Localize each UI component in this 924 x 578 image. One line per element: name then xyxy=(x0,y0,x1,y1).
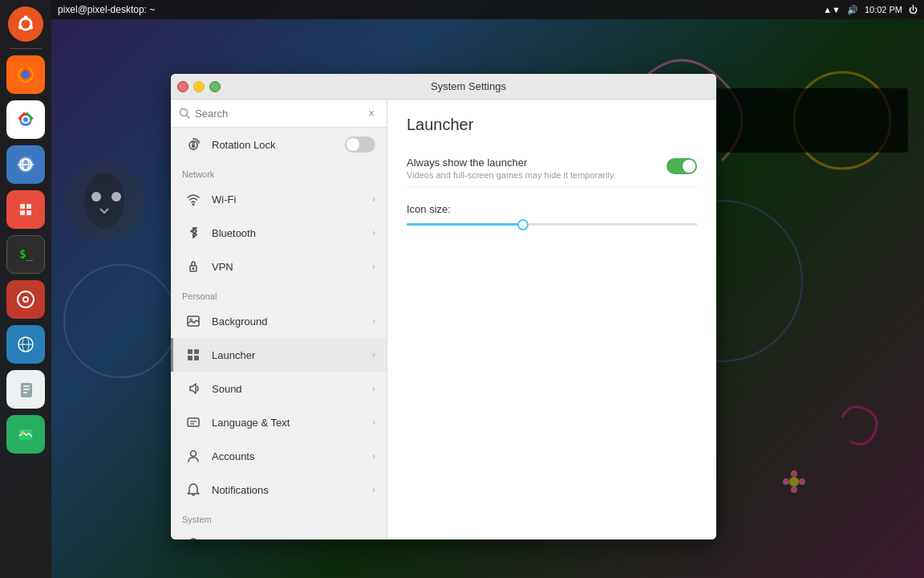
taskbar-puzzle[interactable] xyxy=(6,190,45,229)
taskbar-photos[interactable] xyxy=(6,415,45,454)
sidebar-item-accounts[interactable]: Accounts › xyxy=(171,439,387,473)
minimize-button[interactable] xyxy=(193,81,205,92)
svg-point-53 xyxy=(21,431,24,434)
accounts-label: Accounts xyxy=(212,450,363,462)
section-label-system: System xyxy=(171,507,387,527)
wifi-icon xyxy=(184,190,202,208)
taskbar-music[interactable] xyxy=(6,280,45,319)
taskbar-notes[interactable] xyxy=(6,370,45,409)
sound-arrow: › xyxy=(372,383,375,394)
vpn-label: VPN xyxy=(212,261,363,273)
svg-point-19 xyxy=(799,478,805,485)
volume-icon: 🔊 xyxy=(847,5,858,15)
svg-point-5 xyxy=(64,265,176,377)
settings-window: System Settings × xyxy=(171,74,716,539)
svg-rect-57 xyxy=(192,144,195,148)
search-clear-button[interactable]: × xyxy=(364,106,379,120)
notifications-icon xyxy=(184,481,202,499)
sidebar-item-language[interactable]: Language & Text › xyxy=(171,405,387,439)
search-bar: × xyxy=(171,100,387,128)
background-label: Background xyxy=(212,315,363,328)
language-label: Language & Text xyxy=(212,417,363,429)
accounts-arrow: › xyxy=(372,450,375,462)
wifi-arrow: › xyxy=(372,193,375,205)
section-label-network: Network xyxy=(171,161,387,182)
svg-text:$_: $_ xyxy=(19,247,33,261)
window-title: System Settings xyxy=(227,80,710,92)
search-input[interactable] xyxy=(195,108,359,120)
wifi-label: Wi-Fi xyxy=(212,193,363,206)
top-bar: pixel@pixel-desktop: ~ ▲▼ 🔊 10:02 PM ⏻ xyxy=(51,0,924,19)
window-titlebar: System Settings xyxy=(171,74,716,100)
svg-point-25 xyxy=(18,26,22,30)
always-show-label: Always show the launcher xyxy=(407,157,667,169)
svg-point-58 xyxy=(192,203,195,206)
taskbar-chrome[interactable] xyxy=(6,100,45,139)
sidebar-item-notifications[interactable]: Notifications › xyxy=(171,473,387,507)
always-show-text: Always show the launcher Videos and full… xyxy=(407,157,667,180)
rotation-lock-label: Rotation Lock xyxy=(212,139,335,151)
terminal-title: pixel@pixel-desktop: ~ xyxy=(58,4,155,15)
svg-rect-39 xyxy=(26,210,31,215)
icon-size-slider-container xyxy=(407,223,697,226)
launcher-label: Launcher xyxy=(212,349,363,361)
svg-rect-36 xyxy=(20,204,25,209)
launcher-arrow: › xyxy=(372,349,375,360)
svg-point-26 xyxy=(29,26,33,30)
window-controls xyxy=(177,81,221,92)
search-icon xyxy=(179,108,190,119)
sidebar-item-sound[interactable]: Sound › xyxy=(171,372,387,405)
bluetooth-label: Bluetooth xyxy=(212,227,363,239)
svg-rect-37 xyxy=(26,204,31,209)
always-show-desc: Videos and full-screen games may hide it… xyxy=(407,170,667,180)
always-show-launcher-row: Always show the launcher Videos and full… xyxy=(407,150,697,187)
mouse-icon xyxy=(184,535,202,539)
sidebar-item-rotation-lock[interactable]: Rotation Lock xyxy=(171,128,387,161)
svg-point-31 xyxy=(23,117,28,122)
svg-point-20 xyxy=(791,486,797,493)
taskbar-browser[interactable] xyxy=(6,145,45,184)
vpn-icon xyxy=(184,258,202,275)
rotation-lock-toggle[interactable] xyxy=(345,136,375,153)
taskbar: $_ xyxy=(0,0,51,578)
svg-rect-67 xyxy=(188,418,199,426)
ubuntu-logo-button[interactable] xyxy=(8,6,43,42)
sidebar-item-wifi[interactable]: Wi-Fi › xyxy=(171,182,387,216)
svg-point-43 xyxy=(24,298,27,301)
taskbar-terminal[interactable]: $_ xyxy=(6,235,45,274)
desktop: $_ xyxy=(0,0,924,578)
slider-thumb[interactable] xyxy=(517,219,529,230)
network-icon: ▲▼ xyxy=(823,5,841,14)
taskbar-divider xyxy=(10,48,42,49)
svg-point-28 xyxy=(22,71,30,79)
launcher-icon xyxy=(184,346,202,364)
maximize-button[interactable] xyxy=(209,81,221,92)
icon-size-label: Icon size: xyxy=(407,203,697,215)
taskbar-globe[interactable] xyxy=(6,325,45,364)
close-button[interactable] xyxy=(177,81,188,92)
top-bar-right: ▲▼ 🔊 10:02 PM ⏻ xyxy=(823,5,918,15)
accounts-icon xyxy=(184,447,202,465)
sidebar-item-mouse-touchpad[interactable]: Mouse & Touchpad › xyxy=(171,527,387,539)
sidebar-item-background[interactable]: Background › xyxy=(171,304,387,338)
sidebar-item-launcher[interactable]: Launcher › xyxy=(171,338,387,372)
mouse-touchpad-arrow: › xyxy=(372,539,375,539)
icon-size-section: Icon size: xyxy=(407,203,697,226)
svg-point-24 xyxy=(24,16,28,20)
svg-point-18 xyxy=(791,470,797,477)
svg-rect-48 xyxy=(21,383,32,397)
bluetooth-arrow: › xyxy=(372,227,375,238)
window-body: × Rotation Lock xyxy=(171,100,716,539)
sound-label: Sound xyxy=(212,383,363,395)
sidebar-item-bluetooth[interactable]: Bluetooth › xyxy=(171,216,387,250)
taskbar-firefox[interactable] xyxy=(6,55,45,94)
time-display: 10:02 PM xyxy=(865,5,902,14)
content-title: Launcher xyxy=(407,116,697,134)
sidebar-item-vpn[interactable]: VPN › xyxy=(171,250,387,283)
svg-point-21 xyxy=(789,477,799,486)
bluetooth-icon xyxy=(184,224,202,242)
notifications-label: Notifications xyxy=(212,484,363,496)
svg-rect-66 xyxy=(194,356,199,360)
slider-track xyxy=(407,223,697,226)
always-show-toggle[interactable] xyxy=(667,158,697,174)
